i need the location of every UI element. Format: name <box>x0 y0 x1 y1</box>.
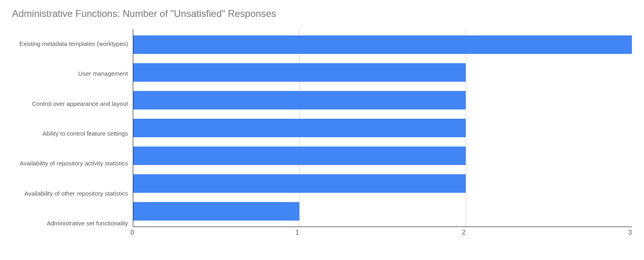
bar <box>133 63 466 82</box>
y-axis-label: User management <box>12 60 128 87</box>
bar <box>133 91 466 109</box>
bar-row <box>133 142 632 169</box>
x-axis: 0 1 2 3 <box>133 229 632 237</box>
bar-row <box>133 31 632 58</box>
y-axis-label: Ability to control feature settings <box>12 120 128 147</box>
bar-row <box>133 87 632 114</box>
x-axis-tick: 2 <box>299 229 465 237</box>
bar <box>133 35 632 54</box>
y-axis-label: Administrative set functionality <box>12 210 128 237</box>
plot-wrap: Existing metadata templates (worktypes) … <box>12 29 632 238</box>
bar-chart: Administrative Functions: Number of "Uns… <box>12 8 632 252</box>
y-axis-label: Availability of other repository statist… <box>12 180 128 207</box>
x-axis-tick: 3 <box>466 229 632 237</box>
plot-area <box>133 29 632 227</box>
y-axis-label: Availability of repository activity stat… <box>12 150 128 177</box>
bar-row <box>133 198 632 225</box>
bar-row <box>133 114 632 142</box>
y-axis-label: Control over appearance and layout <box>12 90 128 118</box>
y-axis-label: Existing metadata templates (worktypes) <box>12 30 128 58</box>
y-axis: Existing metadata templates (worktypes) … <box>12 29 133 238</box>
x-axis-tick: 1 <box>133 229 299 237</box>
bar <box>133 119 466 137</box>
chart-title: Administrative Functions: Number of "Uns… <box>12 8 632 19</box>
bar <box>133 174 466 193</box>
bar-row <box>133 170 632 197</box>
bar-row <box>133 59 632 86</box>
bar <box>133 147 466 165</box>
bar <box>133 202 299 221</box>
bars-container <box>133 29 632 227</box>
